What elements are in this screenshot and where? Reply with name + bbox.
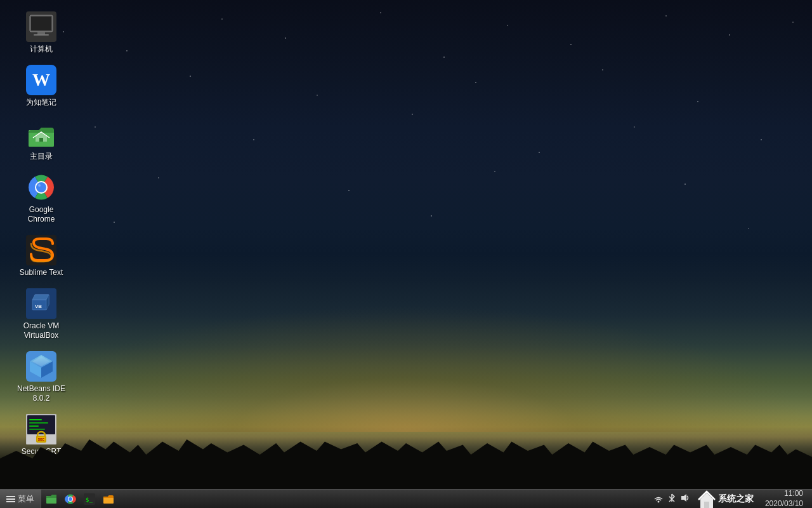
taskbar-chrome-button[interactable]	[62, 490, 79, 508]
date-display: 2020/03/10	[765, 499, 803, 509]
taskbar-sound-icon[interactable]	[680, 493, 690, 505]
netbeans-icon-label: NetBeans IDE 8.0.2	[15, 384, 67, 403]
svg-rect-45	[704, 502, 709, 508]
wiznote-icon: W	[26, 65, 56, 95]
desktop-icon-chrome[interactable]: Google Chrome	[13, 167, 70, 229]
chrome-icon-label: Google Chrome	[15, 205, 67, 224]
home-folder-label: 主目录	[30, 152, 53, 161]
chrome-icon	[26, 172, 56, 203]
svg-marker-44	[681, 494, 686, 502]
svg-text:SEC: SEC	[38, 438, 45, 441]
svg-rect-27	[29, 422, 48, 424]
horizon-glow	[0, 305, 812, 432]
desktop-icons-container: 计算机 W 为知笔记	[13, 6, 70, 462]
svg-point-43	[657, 501, 659, 503]
netbeans-icon	[26, 351, 56, 382]
system-tray	[653, 493, 690, 505]
svg-rect-29	[29, 429, 45, 430]
taskbar-filemanager-button[interactable]	[43, 490, 60, 508]
svg-rect-34	[6, 496, 15, 497]
explorer-icon	[103, 493, 114, 505]
svg-rect-28	[29, 425, 39, 427]
desktop-icon-securecrt[interactable]: SEC SecureCRT	[13, 409, 70, 461]
virtualbox-icon: VB	[26, 288, 56, 319]
securecrt-icon-label: SecureCRT	[22, 447, 61, 456]
desktop-icon-netbeans[interactable]: NetBeans IDE 8.0.2	[13, 346, 70, 408]
svg-point-39	[69, 497, 72, 501]
computer-icon-label: 计算机	[30, 44, 53, 53]
menu-label: 菜单	[18, 493, 34, 505]
taskbar-explorer-button[interactable]	[100, 490, 117, 508]
computer-icon	[26, 11, 56, 42]
filemanager-icon	[46, 493, 57, 505]
sublime-icon	[26, 235, 56, 265]
taskbar-terminal-button[interactable]: $_	[81, 490, 98, 508]
svg-rect-1	[31, 17, 51, 30]
datetime-display: 11:00 2020/03/10	[761, 489, 807, 508]
svg-marker-17	[32, 295, 49, 300]
desktop-icon-virtualbox[interactable]: VB Oracle VM VirtualBox	[13, 283, 70, 345]
taskbar-left: 菜单	[0, 490, 117, 509]
securecrt-icon: SEC	[26, 414, 56, 444]
brand-home-icon	[698, 490, 716, 508]
svg-point-12	[38, 184, 41, 187]
time-display: 11:00	[765, 489, 803, 499]
wiznote-icon-label: 为知笔记	[26, 98, 56, 107]
taskbar-bluetooth-icon[interactable]	[667, 493, 676, 505]
svg-rect-3	[34, 34, 49, 36]
home-folder-icon	[26, 119, 56, 149]
svg-rect-2	[37, 32, 45, 34]
desktop: 计算机 W 为知笔记	[0, 0, 812, 508]
system-brand: 系统之家	[693, 490, 759, 508]
desktop-icon-wiznote[interactable]: W 为知笔记	[13, 60, 70, 112]
svg-text:$_: $_	[86, 497, 93, 503]
taskbar-chrome-icon	[65, 493, 76, 505]
taskbar-right: 系统之家 11:00 2020/03/10	[653, 490, 812, 509]
taskbar: 菜单	[0, 489, 812, 508]
menu-button[interactable]: 菜单	[0, 490, 41, 509]
svg-text:VB: VB	[35, 304, 42, 309]
desktop-icon-sublime[interactable]: Sublime Text	[13, 230, 70, 282]
svg-rect-7	[39, 138, 43, 142]
terminal-icon: $_	[84, 493, 95, 505]
brand-text: 系统之家	[718, 493, 754, 505]
sublime-icon-label: Sublime Text	[20, 268, 63, 277]
menu-icon	[6, 495, 15, 504]
taskbar-network-icon[interactable]	[653, 493, 664, 505]
svg-rect-26	[29, 419, 42, 420]
desktop-icon-computer[interactable]: 计算机	[13, 6, 70, 58]
virtualbox-icon-label: Oracle VM VirtualBox	[15, 321, 67, 340]
svg-rect-35	[6, 498, 15, 500]
svg-rect-36	[6, 501, 15, 502]
desktop-icon-home[interactable]: 主目录	[13, 114, 70, 166]
